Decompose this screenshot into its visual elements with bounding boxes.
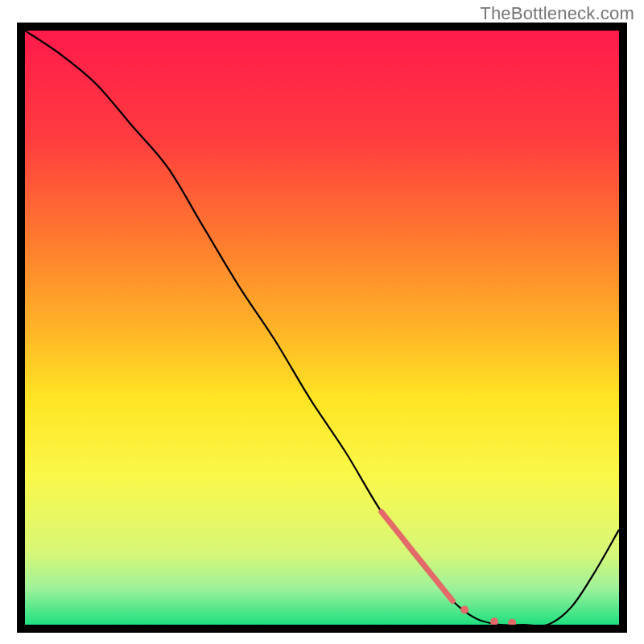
watermark-text: TheBottleneck.com (480, 3, 634, 24)
chart-frame (17, 23, 627, 633)
bottleneck-chart (25, 31, 619, 625)
highlight-dot (460, 606, 469, 614)
gradient-background (25, 31, 619, 625)
